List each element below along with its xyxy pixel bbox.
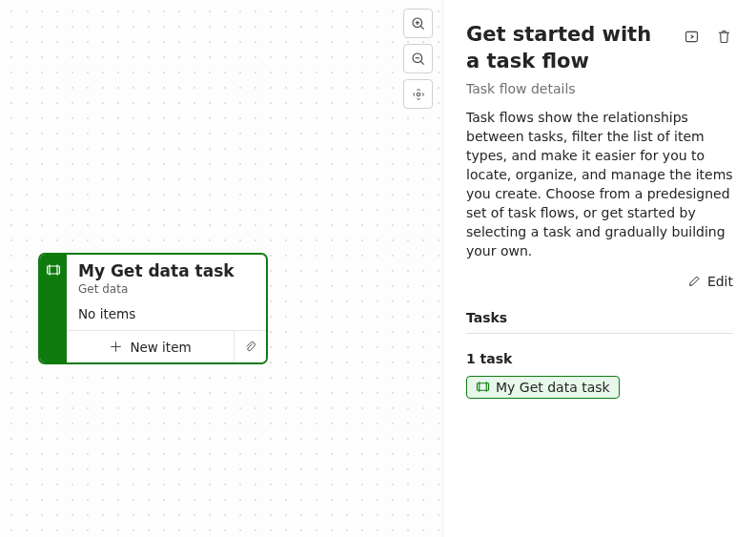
trash-icon (716, 29, 732, 45)
task-flow-icon (476, 380, 490, 394)
task-flow-canvas[interactable]: My Get data task Get data No items New i… (0, 0, 443, 537)
panel-subtitle: Task flow details (466, 81, 733, 96)
zoom-out-icon (411, 52, 426, 67)
task-chip[interactable]: My Get data task (466, 376, 620, 399)
zoom-in-icon (411, 16, 426, 31)
plus-icon (109, 340, 123, 354)
fit-to-screen-icon (411, 87, 426, 102)
task-card-footer: New item (67, 330, 266, 362)
delete-button[interactable] (714, 27, 733, 46)
svg-line-1 (420, 26, 423, 29)
task-flow-icon (46, 262, 61, 278)
task-card-body: My Get data task Get data No items New i… (67, 255, 266, 362)
edit-label: Edit (707, 274, 733, 289)
task-count: 1 task (466, 351, 733, 366)
zoom-controls (403, 9, 433, 109)
task-card[interactable]: My Get data task Get data No items New i… (38, 253, 268, 364)
panel-title: Get started with a task flow (466, 21, 671, 75)
fit-to-screen-button[interactable] (403, 79, 433, 109)
task-card-title: My Get data task (78, 261, 255, 281)
attachment-icon (243, 340, 257, 354)
attach-item-button[interactable] (234, 331, 266, 362)
panel-description: Task flows show the relationships betwee… (466, 108, 733, 260)
zoom-out-button[interactable] (403, 44, 433, 73)
task-card-items: No items (78, 306, 255, 321)
svg-line-5 (420, 61, 423, 64)
edit-button[interactable]: Edit (687, 274, 733, 289)
new-item-label: New item (130, 340, 191, 355)
new-item-button[interactable]: New item (67, 331, 234, 362)
task-chip-label: My Get data task (496, 380, 610, 395)
pencil-icon (687, 274, 702, 288)
zoom-in-button[interactable] (403, 9, 433, 38)
task-card-accent (40, 255, 67, 362)
svg-rect-13 (685, 31, 697, 41)
open-in-button[interactable] (682, 27, 701, 46)
details-panel: Get started with a task flow Task flow d… (443, 0, 756, 537)
svg-point-7 (417, 93, 420, 96)
task-card-type: Get data (78, 282, 255, 296)
tasks-section-header: Tasks (466, 310, 733, 334)
open-in-icon (684, 29, 700, 45)
